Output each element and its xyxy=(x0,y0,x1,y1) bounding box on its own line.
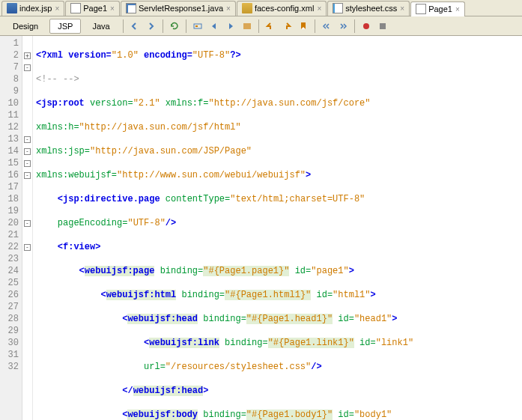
fold-marker xyxy=(22,37,32,49)
line-number: 29 xyxy=(0,325,19,337)
close-icon[interactable]: × xyxy=(400,4,404,13)
file-tab[interactable]: faces-config.xml× xyxy=(237,1,327,16)
line-number: 23 xyxy=(0,253,19,265)
line-number: 12 xyxy=(0,121,19,133)
fold-marker[interactable]: - xyxy=(22,217,32,229)
tab-label: Page1 xyxy=(428,4,452,13)
find-previous-icon[interactable] xyxy=(207,19,221,33)
fold-marker xyxy=(22,301,32,313)
file-tab[interactable]: Page1× xyxy=(410,1,465,16)
file-type-icon xyxy=(126,3,136,13)
fold-marker xyxy=(22,73,32,85)
previous-bookmark-icon[interactable] xyxy=(264,19,277,33)
separator xyxy=(315,19,315,33)
close-icon[interactable]: × xyxy=(55,4,59,13)
tab-label: Page1 xyxy=(83,4,107,13)
svg-rect-2 xyxy=(243,23,251,29)
fold-marker xyxy=(22,85,32,97)
fold-marker xyxy=(22,349,32,361)
fold-marker xyxy=(22,181,32,193)
macro-record-icon[interactable] xyxy=(359,19,373,33)
line-number: 26 xyxy=(0,289,19,301)
line-number: 11 xyxy=(0,109,19,121)
file-tab[interactable]: index.jsp× xyxy=(1,1,64,16)
xml-decl: <?xml version= xyxy=(36,50,112,61)
fold-marker[interactable]: - xyxy=(22,133,32,145)
separator xyxy=(354,19,355,33)
separator xyxy=(163,19,163,33)
svg-point-4 xyxy=(363,23,369,29)
svg-rect-1 xyxy=(195,25,198,27)
line-number: 1 xyxy=(0,37,19,49)
fold-marker xyxy=(22,313,32,325)
file-tab[interactable]: stylesheet.css× xyxy=(327,1,410,16)
code-editor[interactable]: 1278910111213141516171819202122232425262… xyxy=(0,36,522,420)
fold-marker[interactable]: - xyxy=(22,241,32,253)
fold-marker[interactable]: - xyxy=(22,169,32,181)
close-icon[interactable]: × xyxy=(455,5,460,13)
comment: <!-- --> xyxy=(36,74,79,85)
jsp-view-button[interactable]: JSP xyxy=(49,19,81,34)
line-number: 24 xyxy=(0,265,19,277)
view-toolbar: Design JSP Java xyxy=(0,16,522,36)
line-number: 28 xyxy=(0,313,19,325)
file-tab[interactable]: Page1× xyxy=(65,1,120,16)
line-number: 13 xyxy=(0,133,19,145)
line-number: 9 xyxy=(0,85,19,97)
close-icon[interactable]: × xyxy=(110,4,115,13)
line-number: 31 xyxy=(0,349,19,361)
file-type-icon xyxy=(242,3,252,13)
line-number: 2 xyxy=(0,49,19,61)
tab-label: index.jsp xyxy=(19,4,52,13)
fold-marker xyxy=(22,277,32,289)
svg-rect-5 xyxy=(380,23,386,29)
line-number-gutter: 1278910111213141516171819202122232425262… xyxy=(0,36,22,420)
fold-marker[interactable]: - xyxy=(22,145,32,157)
file-tabs-bar: index.jsp×Page1×ServletResponse1.java×fa… xyxy=(0,0,522,16)
line-number: 20 xyxy=(0,217,19,229)
fold-marker xyxy=(22,229,32,241)
file-type-icon xyxy=(416,4,426,14)
fold-marker xyxy=(22,337,32,349)
toggle-bookmark-icon[interactable] xyxy=(297,19,310,33)
line-number: 18 xyxy=(0,193,19,205)
fold-marker xyxy=(22,265,32,277)
code-area[interactable]: <?xml version="1.0" encoding="UTF-8"?> <… xyxy=(33,36,522,420)
shift-left-icon[interactable] xyxy=(320,19,333,33)
tab-label: ServletResponse1.java xyxy=(139,4,223,13)
macro-stop-icon[interactable] xyxy=(376,19,389,33)
find-next-icon[interactable] xyxy=(224,19,237,33)
file-tab[interactable]: ServletResponse1.java× xyxy=(121,1,236,16)
close-icon[interactable]: × xyxy=(226,4,231,13)
design-view-button[interactable]: Design xyxy=(4,19,46,34)
line-number: 22 xyxy=(0,241,19,253)
fold-marker[interactable]: - xyxy=(22,157,32,169)
close-icon[interactable]: × xyxy=(317,4,321,13)
line-number: 14 xyxy=(0,145,19,157)
fold-marker xyxy=(22,109,32,121)
separator xyxy=(186,19,186,33)
separator xyxy=(258,19,259,33)
fold-column: +------- xyxy=(22,36,33,420)
fold-marker xyxy=(22,193,32,205)
history-back-icon[interactable] xyxy=(128,19,142,33)
fold-marker[interactable]: - xyxy=(22,61,32,73)
toggle-highlight-icon[interactable] xyxy=(240,19,254,33)
fold-marker xyxy=(22,97,32,109)
line-number: 8 xyxy=(0,73,19,85)
line-number: 19 xyxy=(0,205,19,217)
line-number: 7 xyxy=(0,61,19,73)
next-bookmark-icon[interactable] xyxy=(280,19,294,33)
history-forward-icon[interactable] xyxy=(145,19,158,33)
line-number: 21 xyxy=(0,229,19,241)
fold-marker[interactable]: + xyxy=(22,49,32,61)
find-selection-icon[interactable] xyxy=(191,19,204,33)
line-number: 16 xyxy=(0,169,19,181)
line-number: 10 xyxy=(0,97,19,109)
shift-right-icon[interactable] xyxy=(336,19,350,33)
refresh-icon[interactable] xyxy=(168,19,181,33)
java-view-button[interactable]: Java xyxy=(84,19,118,34)
file-type-icon xyxy=(333,3,343,13)
file-type-icon xyxy=(7,3,17,13)
file-type-icon xyxy=(70,3,81,13)
